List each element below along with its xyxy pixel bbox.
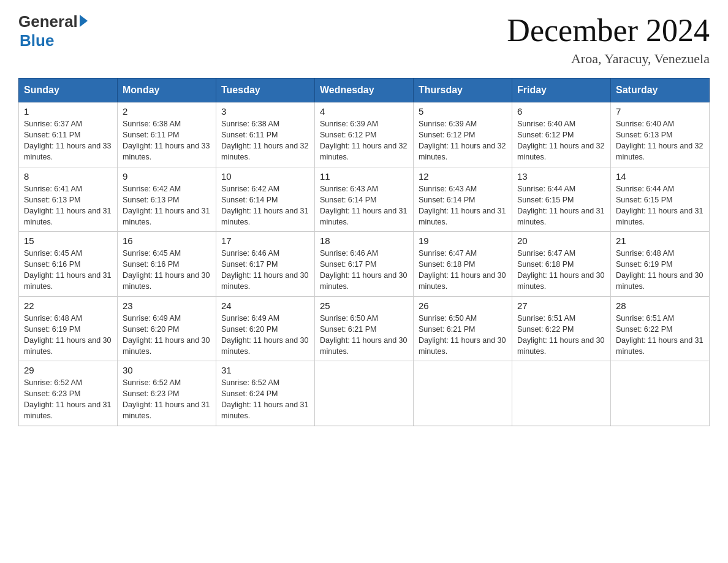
day-number: 17 [221,236,309,246]
calendar-cell: 13Sunrise: 6:44 AMSunset: 6:15 PMDayligh… [512,167,611,232]
day-number: 5 [419,106,507,117]
day-info: Sunrise: 6:38 AMSunset: 6:11 PMDaylight:… [123,118,211,163]
calendar-cell: 18Sunrise: 6:46 AMSunset: 6:17 PMDayligh… [315,232,414,297]
calendar-cell: 7Sunrise: 6:40 AMSunset: 6:13 PMDaylight… [611,102,710,167]
day-number: 10 [221,171,309,182]
day-number: 11 [320,171,408,182]
calendar-cell [512,361,611,426]
day-info: Sunrise: 6:44 AMSunset: 6:15 PMDaylight:… [517,183,605,228]
day-number: 15 [24,236,112,246]
day-info: Sunrise: 6:50 AMSunset: 6:21 PMDaylight:… [320,313,408,358]
day-number: 26 [419,301,507,311]
day-info: Sunrise: 6:45 AMSunset: 6:16 PMDaylight:… [24,248,112,293]
day-number: 6 [517,106,605,117]
calendar-day-header: Friday [512,79,611,102]
day-number: 13 [517,171,605,182]
calendar-cell: 31Sunrise: 6:52 AMSunset: 6:24 PMDayligh… [216,361,315,426]
day-info: Sunrise: 6:40 AMSunset: 6:12 PMDaylight:… [517,118,605,163]
calendar-cell: 4Sunrise: 6:39 AMSunset: 6:12 PMDaylight… [315,102,414,167]
day-number: 7 [616,106,704,117]
calendar-cell: 9Sunrise: 6:42 AMSunset: 6:13 PMDaylight… [118,167,216,232]
day-number: 9 [123,171,211,182]
day-number: 24 [221,301,309,311]
calendar-cell: 6Sunrise: 6:40 AMSunset: 6:12 PMDaylight… [512,102,611,167]
day-number: 1 [24,106,112,117]
calendar-cell: 19Sunrise: 6:47 AMSunset: 6:18 PMDayligh… [414,232,512,297]
day-number: 3 [221,106,309,117]
day-info: Sunrise: 6:48 AMSunset: 6:19 PMDaylight:… [616,248,704,293]
day-info: Sunrise: 6:49 AMSunset: 6:20 PMDaylight:… [221,313,309,358]
calendar-week-row: 8Sunrise: 6:41 AMSunset: 6:13 PMDaylight… [19,167,710,232]
day-number: 16 [123,236,211,246]
calendar-cell: 15Sunrise: 6:45 AMSunset: 6:16 PMDayligh… [19,232,118,297]
day-info: Sunrise: 6:47 AMSunset: 6:18 PMDaylight:… [517,248,605,293]
day-info: Sunrise: 6:42 AMSunset: 6:13 PMDaylight:… [123,183,211,228]
day-info: Sunrise: 6:51 AMSunset: 6:22 PMDaylight:… [616,313,704,358]
calendar-cell: 16Sunrise: 6:45 AMSunset: 6:16 PMDayligh… [118,232,216,297]
day-info: Sunrise: 6:39 AMSunset: 6:12 PMDaylight:… [419,118,507,163]
day-info: Sunrise: 6:52 AMSunset: 6:24 PMDaylight:… [221,377,309,422]
calendar-cell: 28Sunrise: 6:51 AMSunset: 6:22 PMDayligh… [611,296,710,361]
day-number: 23 [123,301,211,311]
day-info: Sunrise: 6:39 AMSunset: 6:12 PMDaylight:… [320,118,408,163]
logo-general-text: General [18,12,78,31]
calendar-week-row: 1Sunrise: 6:37 AMSunset: 6:11 PMDaylight… [19,102,710,167]
calendar-cell: 26Sunrise: 6:50 AMSunset: 6:21 PMDayligh… [414,296,512,361]
day-info: Sunrise: 6:46 AMSunset: 6:17 PMDaylight:… [221,248,309,293]
calendar-week-row: 22Sunrise: 6:48 AMSunset: 6:19 PMDayligh… [19,296,710,361]
calendar-day-header: Saturday [611,79,710,102]
calendar-cell: 5Sunrise: 6:39 AMSunset: 6:12 PMDaylight… [414,102,512,167]
day-info: Sunrise: 6:52 AMSunset: 6:23 PMDaylight:… [123,377,211,422]
calendar-cell [414,361,512,426]
day-number: 12 [419,171,507,182]
day-info: Sunrise: 6:47 AMSunset: 6:18 PMDaylight:… [419,248,507,293]
calendar-day-header: Tuesday [216,79,315,102]
calendar-cell: 27Sunrise: 6:51 AMSunset: 6:22 PMDayligh… [512,296,611,361]
day-number: 22 [24,301,112,311]
day-info: Sunrise: 6:43 AMSunset: 6:14 PMDaylight:… [419,183,507,228]
day-info: Sunrise: 6:37 AMSunset: 6:11 PMDaylight:… [24,118,112,163]
day-info: Sunrise: 6:43 AMSunset: 6:14 PMDaylight:… [320,183,408,228]
day-info: Sunrise: 6:46 AMSunset: 6:17 PMDaylight:… [320,248,408,293]
day-info: Sunrise: 6:49 AMSunset: 6:20 PMDaylight:… [123,313,211,358]
logo: General Blue [18,12,88,50]
day-number: 19 [419,236,507,246]
day-number: 27 [517,301,605,311]
calendar-week-row: 15Sunrise: 6:45 AMSunset: 6:16 PMDayligh… [19,232,710,297]
day-info: Sunrise: 6:44 AMSunset: 6:15 PMDaylight:… [616,183,704,228]
calendar-cell: 24Sunrise: 6:49 AMSunset: 6:20 PMDayligh… [216,296,315,361]
calendar-cell: 22Sunrise: 6:48 AMSunset: 6:19 PMDayligh… [19,296,118,361]
calendar-cell: 25Sunrise: 6:50 AMSunset: 6:21 PMDayligh… [315,296,414,361]
day-info: Sunrise: 6:51 AMSunset: 6:22 PMDaylight:… [517,313,605,358]
calendar-header-row: SundayMondayTuesdayWednesdayThursdayFrid… [19,79,710,102]
calendar-week-row: 29Sunrise: 6:52 AMSunset: 6:23 PMDayligh… [19,361,710,426]
day-number: 18 [320,236,408,246]
day-info: Sunrise: 6:48 AMSunset: 6:19 PMDaylight:… [24,313,112,358]
location-title: Aroa, Yaracuy, Venezuela [507,51,710,67]
day-number: 21 [616,236,704,246]
day-info: Sunrise: 6:52 AMSunset: 6:23 PMDaylight:… [24,377,112,422]
day-number: 30 [123,365,211,375]
page-header: General Blue December 2024 Aroa, Yaracuy… [18,12,710,67]
day-number: 31 [221,365,309,375]
day-number: 28 [616,301,704,311]
calendar-cell: 3Sunrise: 6:38 AMSunset: 6:11 PMDaylight… [216,102,315,167]
calendar-cell: 8Sunrise: 6:41 AMSunset: 6:13 PMDaylight… [19,167,118,232]
calendar-cell [315,361,414,426]
calendar-day-header: Wednesday [315,79,414,102]
day-number: 2 [123,106,211,117]
day-info: Sunrise: 6:42 AMSunset: 6:14 PMDaylight:… [221,183,309,228]
day-number: 25 [320,301,408,311]
calendar-cell: 29Sunrise: 6:52 AMSunset: 6:23 PMDayligh… [19,361,118,426]
calendar-cell: 10Sunrise: 6:42 AMSunset: 6:14 PMDayligh… [216,167,315,232]
day-number: 29 [24,365,112,375]
calendar-cell: 30Sunrise: 6:52 AMSunset: 6:23 PMDayligh… [118,361,216,426]
calendar-cell: 2Sunrise: 6:38 AMSunset: 6:11 PMDaylight… [118,102,216,167]
month-title: December 2024 [507,12,710,48]
day-info: Sunrise: 6:38 AMSunset: 6:11 PMDaylight:… [221,118,309,163]
calendar-cell: 12Sunrise: 6:43 AMSunset: 6:14 PMDayligh… [414,167,512,232]
logo-blue-text: Blue [20,31,54,50]
calendar-cell [611,361,710,426]
calendar-cell: 14Sunrise: 6:44 AMSunset: 6:15 PMDayligh… [611,167,710,232]
calendar-day-header: Monday [118,79,216,102]
